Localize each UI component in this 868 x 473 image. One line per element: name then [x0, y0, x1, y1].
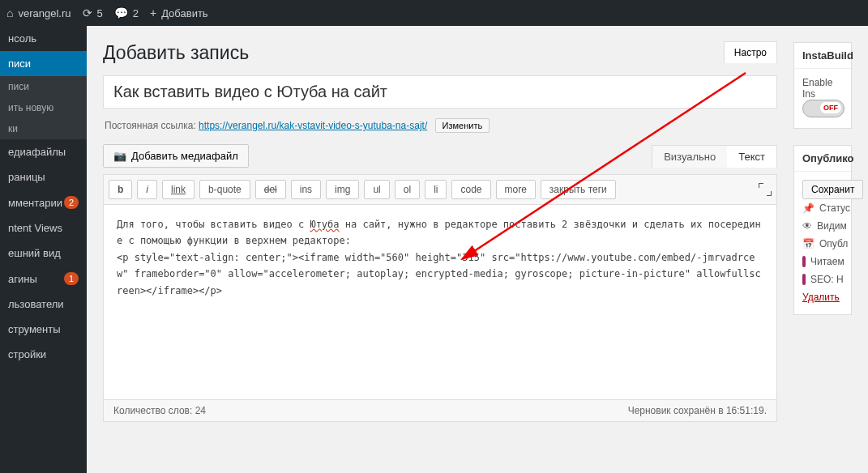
add-label: Добавить [161, 7, 207, 19]
publish-title: Опублико [794, 146, 851, 172]
plugins-badge: 1 [64, 272, 79, 285]
btn-ol[interactable]: ol [395, 180, 420, 199]
publish-seo: SEO: Н [810, 274, 844, 285]
comments-count: 2 [133, 7, 139, 19]
refresh-icon: ⟳ [83, 6, 92, 19]
sidebar-console[interactable]: нсоль [0, 26, 87, 51]
sidebar-posts[interactable]: писи [0, 51, 87, 76]
permalink-label: Постоянная ссылка: [105, 120, 196, 131]
editor-container: b i link b-quote del ins img ul ol li co… [103, 174, 777, 422]
fullscreen-icon[interactable] [759, 183, 772, 196]
content-textarea[interactable]: Для того, чтобы вставить видео с Ютуба н… [104, 205, 776, 399]
screen-options-button[interactable]: Настро [724, 41, 777, 63]
btn-link[interactable]: link [162, 180, 195, 199]
post-title-input[interactable] [104, 76, 776, 108]
btn-close-tags[interactable]: закрыть теги [541, 180, 616, 199]
admin-sidebar: нсоль писи писи ить новую ки едиафайлы р… [0, 26, 87, 473]
sidebar-posts-categories[interactable]: ки [0, 118, 87, 139]
home-icon: ⌂ [6, 6, 13, 19]
tab-visual[interactable]: Визуально [652, 146, 727, 168]
instabuilder-box: InstaBuild Enable Ins [793, 42, 852, 129]
publish-readability: Читаем [810, 256, 844, 267]
btn-italic[interactable]: i [137, 180, 157, 199]
yoast-icon [802, 274, 806, 285]
adminbar-updates[interactable]: ⟳5 [83, 6, 103, 19]
publish-box: Опублико Сохранит 📌Статус 👁Видим 📅Опубл … [793, 145, 852, 315]
sidebar-tools[interactable]: струменты [0, 317, 87, 342]
publish-visibility: Видим [817, 220, 847, 232]
btn-bquote[interactable]: b-quote [199, 180, 250, 199]
draft-saved: Черновик сохранён в 16:51:19. [628, 405, 767, 416]
tab-text[interactable]: Текст [727, 146, 776, 168]
adminbar-site[interactable]: ⌂verangel.ru [6, 6, 71, 19]
calendar-icon: 📅 [802, 238, 815, 249]
editor-tabs: Визуально Текст [652, 145, 777, 168]
word-count: Количество слов: 24 [113, 405, 206, 416]
permalink-row: Постоянная ссылка: https://verangel.ru/k… [103, 113, 777, 144]
sidebar-plugins[interactable]: агины1 [0, 266, 87, 292]
sidebar-posts-add[interactable]: ить новую [0, 97, 87, 118]
pin-icon: 📌 [802, 202, 815, 214]
page-title: Добавить запись [103, 42, 777, 64]
permalink-url[interactable]: https://verangel.ru/kak-vstavit-video-s-… [199, 120, 427, 131]
site-name: verangel.ru [18, 7, 71, 19]
editor-statusbar: Количество слов: 24 Черновик сохранён в … [104, 399, 776, 421]
btn-del[interactable]: del [255, 180, 286, 199]
delete-link[interactable]: Удалить [802, 292, 840, 303]
comments-badge: 2 [64, 196, 79, 209]
instabuilder-toggle[interactable] [802, 100, 844, 117]
permalink-edit-button[interactable]: Изменить [435, 118, 490, 133]
plus-icon: + [150, 6, 156, 19]
comment-icon: 💬 [114, 6, 128, 19]
admin-bar: ⌂verangel.ru ⟳5 💬2 +Добавить [0, 0, 868, 26]
post-title-box [103, 75, 777, 109]
add-media-button[interactable]: 📷Добавить медиафайл [103, 144, 249, 168]
save-draft-button[interactable]: Сохранит [802, 180, 863, 199]
text-toolbar: b i link b-quote del ins img ul ol li co… [104, 175, 776, 205]
sidebar-users[interactable]: льзователи [0, 292, 87, 317]
btn-more[interactable]: more [496, 180, 536, 199]
btn-ins[interactable]: ins [291, 180, 321, 199]
instabuilder-enable-label: Enable Ins [802, 77, 843, 100]
adminbar-add[interactable]: +Добавить [150, 6, 208, 19]
btn-code[interactable]: code [451, 180, 490, 199]
eye-icon: 👁 [802, 220, 812, 232]
sidebar-posts-all[interactable]: писи [0, 76, 87, 97]
btn-li[interactable]: li [425, 180, 447, 199]
adminbar-comments[interactable]: 💬2 [114, 6, 139, 19]
btn-bold[interactable]: b [109, 180, 132, 199]
sidebar-media[interactable]: едиафайлы [0, 139, 87, 164]
sidebar-appearance[interactable]: ешний вид [0, 241, 87, 266]
publish-schedule: Опубл [819, 238, 848, 249]
sidebar-content-views[interactable]: ntent Views [0, 215, 87, 241]
sidebar-comments[interactable]: мментарии2 [0, 190, 87, 215]
btn-ul[interactable]: ul [364, 180, 389, 199]
camera-icon: 📷 [113, 150, 126, 162]
btn-img[interactable]: img [326, 180, 359, 199]
publish-status: Статус [819, 202, 850, 214]
updates-count: 5 [97, 7, 103, 19]
instabuilder-title: InstaBuild [794, 43, 851, 69]
sidebar-pages[interactable]: раницы [0, 164, 87, 190]
sidebar-settings[interactable]: стройки [0, 342, 87, 367]
yoast-icon [802, 256, 806, 267]
